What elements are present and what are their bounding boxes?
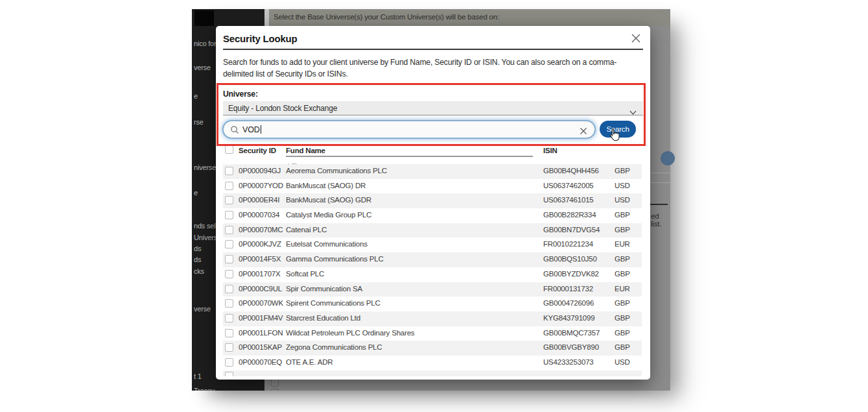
isin-cell: GB00BVGBY890 — [543, 343, 599, 351]
sidebar-item-fragment: Tracey — [194, 387, 215, 391]
fund-name-cell: Wildcat Petroleum PLC Ordinary Shares — [286, 329, 414, 337]
security-id-cell: 0P00007034 — [239, 211, 279, 219]
currency-cell: USD — [615, 358, 630, 366]
sidebar-item-fragment: ds — [194, 245, 201, 252]
sidebar-item-fragment: e — [194, 92, 198, 100]
row-checkbox[interactable] — [225, 211, 233, 219]
row-checkbox[interactable] — [225, 314, 233, 322]
app-window: nico forverseerseniverseends selUniversd… — [192, 9, 670, 391]
row-checkbox[interactable] — [225, 358, 233, 367]
fund-name-cell: Spir Communication SA — [286, 285, 362, 293]
security-id-cell: 0P000070EQ — [239, 358, 282, 366]
currency-cell: GBP — [615, 329, 630, 337]
security-id-cell: 0P0001LFON — [239, 329, 283, 337]
currency-cell: USD — [615, 196, 630, 204]
isin-cell: US4233253073 — [543, 358, 594, 366]
column-header-isin[interactable]: ISIN — [543, 147, 557, 154]
isin-cell: US0637462005 — [543, 182, 594, 189]
divider — [650, 204, 668, 205]
table-row-cutoff — [223, 370, 642, 376]
clear-x-icon[interactable] — [580, 126, 587, 138]
row-checkbox[interactable] — [225, 329, 233, 337]
dimmed-table-row: 0P00007YPG Vodafone Group PLC — [268, 378, 670, 389]
security-lookup-dialog: Security Lookup Search for funds to add … — [216, 26, 650, 380]
dialog-title: Security Lookup — [223, 33, 298, 44]
column-header-security-id[interactable]: Security ID — [239, 147, 276, 154]
dimmed-action-circle — [661, 151, 675, 165]
sidebar-item-fragment: rse — [194, 118, 204, 126]
isin-cell: GB00BQS10J50 — [543, 255, 597, 263]
security-id-cell: 0P0000ER4I — [239, 196, 279, 204]
isin-cell: US0637461015 — [543, 196, 594, 204]
sidebar-item-fragment: Univers — [194, 234, 217, 241]
fund-name-cell: Zegona Communications PLC — [286, 343, 382, 351]
currency-cell: GBP — [615, 211, 630, 219]
fund-name-cell: Gamma Communications PLC — [286, 255, 384, 263]
sidebar-logo-block — [194, 10, 214, 26]
isin-cell: KYG843791099 — [543, 314, 594, 322]
sidebar-item-fragment: verse — [194, 64, 211, 71]
search-button[interactable]: Search — [600, 121, 636, 138]
column-header-fund-name[interactable]: Fund Name — [286, 147, 325, 154]
instruction-text: Select the Base Universe(s) your Custom … — [274, 13, 499, 21]
security-id-cell: 0P000070WK — [239, 299, 283, 307]
page-edge-strip — [264, 9, 269, 26]
chevron-down-icon — [629, 106, 637, 117]
security-id-cell: 0P00007YOD — [239, 182, 283, 189]
row-checkbox[interactable] — [225, 226, 233, 234]
title-divider — [223, 49, 643, 50]
table-row[interactable]: 0P0001LFONWildcat Petroleum PLC Ordinary… — [223, 326, 642, 341]
search-input[interactable]: VOD — [223, 121, 595, 138]
table-row[interactable]: 0P000094GJAeorema Communications PLCGB00… — [223, 164, 642, 179]
table-row[interactable]: 0P000070EQOTE A.E. ADRUS4233253073USD — [223, 356, 642, 370]
table-row[interactable]: 0P00007034Catalyst Media Group PLCGB00B2… — [223, 208, 642, 223]
fund-name-cell: Spirent Communications PLC — [286, 299, 381, 307]
sidebar-item-fragment: nico for — [194, 40, 216, 47]
isin-cell: FR0010221234 — [543, 240, 593, 248]
row-checkbox[interactable] — [225, 299, 233, 308]
search-value: VOD — [242, 125, 260, 134]
isin-cell: GB00BYZDVK82 — [543, 270, 599, 278]
fund-name-underline — [286, 156, 533, 157]
security-id-cell: 0P0000C9UL — [239, 285, 282, 293]
close-icon[interactable] — [630, 32, 642, 44]
table-row[interactable]: 0P0001FM4VStarcrest Education LtdKYG8437… — [223, 311, 642, 326]
row-checkbox[interactable] — [225, 182, 233, 190]
table-row[interactable]: 0P00015KAPZegona Communications PLCGB00B… — [223, 341, 642, 356]
currency-cell: GBP — [615, 167, 630, 175]
fund-name-cell: Softcat PLC — [286, 270, 324, 278]
table-row[interactable]: 0P00007YODBankMuscat (SAOG) DRUS06374620… — [223, 179, 642, 194]
table-row[interactable]: 0P0001707XSoftcat PLCGB00BYZDVK82GBP — [223, 267, 642, 282]
screenshot-canvas: nico forverseerseniverseends selUniversd… — [0, 0, 868, 412]
sidebar-item-fragment: ds — [194, 256, 201, 263]
row-checkbox[interactable] — [225, 255, 233, 263]
row-checkbox[interactable] — [225, 196, 233, 204]
row-checkbox[interactable] — [225, 167, 233, 175]
isin-cell: FR0000131732 — [543, 285, 593, 293]
fund-name-cell: OTE A.E. ADR — [286, 358, 333, 366]
isin-cell: GB00BN7DVG54 — [543, 226, 600, 234]
row-checkbox[interactable] — [225, 270, 233, 278]
universe-dropdown[interactable]: Equity - London Stock Exchange — [223, 101, 643, 115]
dimmed-row-checkbox — [271, 389, 279, 391]
security-id-cell: 0P0001FM4V — [239, 314, 283, 322]
table-row[interactable]: 0P000070MCCatenai PLCGB00BN7DVG54GBP — [223, 223, 642, 238]
select-all-checkbox[interactable] — [225, 145, 233, 154]
security-id-cell: 0P000094GJ — [239, 167, 281, 175]
row-checkbox[interactable] — [225, 285, 233, 293]
table-row[interactable]: 0P00014F5XGamma Communications PLCGB00BQ… — [223, 252, 642, 267]
table-row[interactable]: 0P000070WKSpirent Communications PLCGB00… — [223, 297, 642, 311]
security-id-cell: 0P0001707X — [239, 270, 281, 278]
fund-name-cell: Catenai PLC — [286, 226, 327, 234]
table-row[interactable]: 0P0000C9ULSpir Communication SAFR0000131… — [223, 282, 642, 297]
divider — [650, 173, 670, 173]
security-id-cell: 0P000070MC — [239, 226, 283, 234]
text-caret — [261, 125, 261, 134]
row-checkbox[interactable] — [225, 240, 233, 248]
table-row[interactable]: 0P0000KJVZEutelsat CommunicationsFR00102… — [223, 237, 642, 252]
currency-cell: GBP — [615, 226, 630, 234]
currency-cell: GBP — [615, 314, 630, 322]
row-checkbox[interactable] — [225, 343, 233, 352]
table-row[interactable]: 0P0000ER4IBankMuscat (SAOG) GDRUS0637461… — [223, 193, 642, 208]
security-id-cell: 0P0000KJVZ — [239, 240, 281, 248]
